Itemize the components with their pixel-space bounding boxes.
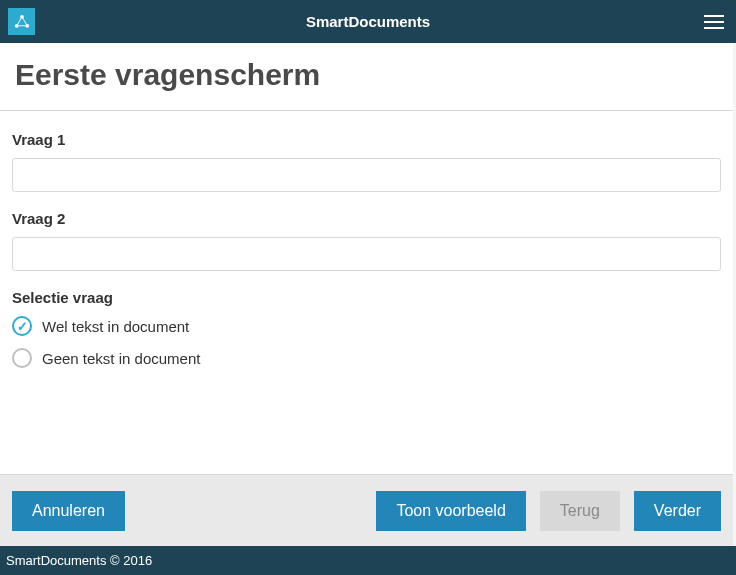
preview-button[interactable]: Toon voorbeeld bbox=[376, 491, 525, 531]
label-vraag-2: Vraag 2 bbox=[12, 210, 721, 227]
cancel-button[interactable]: Annuleren bbox=[12, 491, 125, 531]
main-content: Eerste vragenscherm Vraag 1 Vraag 2 Sele… bbox=[0, 43, 733, 546]
footer: SmartDocuments © 2016 bbox=[0, 546, 736, 575]
footer-text: SmartDocuments © 2016 bbox=[6, 553, 152, 568]
input-vraag-1[interactable] bbox=[12, 158, 721, 192]
label-selectie-vraag: Selectie vraag bbox=[12, 289, 721, 306]
app-logo[interactable] bbox=[8, 8, 35, 35]
back-button: Terug bbox=[540, 491, 620, 531]
form-area: Vraag 1 Vraag 2 Selectie vraag Wel tekst… bbox=[0, 111, 733, 474]
input-vraag-2[interactable] bbox=[12, 237, 721, 271]
radio-label-option-1: Wel tekst in document bbox=[42, 318, 189, 335]
logo-icon bbox=[13, 13, 31, 31]
radio-label-option-2: Geen tekst in document bbox=[42, 350, 200, 367]
radio-row-option-2[interactable]: Geen tekst in document bbox=[12, 348, 721, 368]
header: SmartDocuments bbox=[0, 0, 736, 43]
label-vraag-1: Vraag 1 bbox=[12, 131, 721, 148]
page-title: Eerste vragenscherm bbox=[0, 43, 733, 110]
radio-group-selectie: Wel tekst in document Geen tekst in docu… bbox=[12, 316, 721, 368]
radio-option-1[interactable] bbox=[12, 316, 32, 336]
radio-option-2[interactable] bbox=[12, 348, 32, 368]
app-title: SmartDocuments bbox=[306, 13, 430, 30]
next-button[interactable]: Verder bbox=[634, 491, 721, 531]
radio-row-option-1[interactable]: Wel tekst in document bbox=[12, 316, 721, 336]
button-bar: Annuleren Toon voorbeeld Terug Verder bbox=[0, 474, 733, 546]
hamburger-menu-icon[interactable] bbox=[704, 10, 728, 34]
